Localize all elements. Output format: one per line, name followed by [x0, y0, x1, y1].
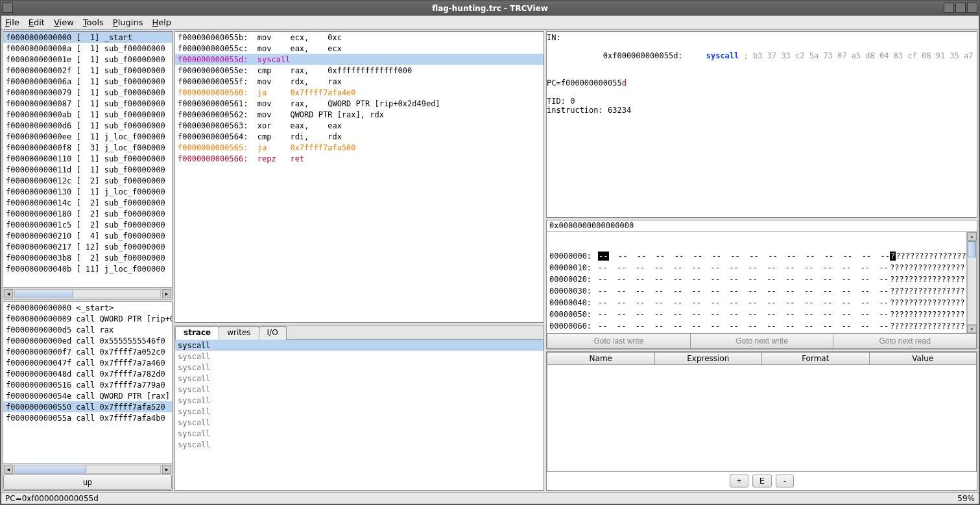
strace-row[interactable]: syscall [175, 417, 544, 428]
symbols-row[interactable]: f000000000040b [ 11] j_loc_f000000 [3, 263, 172, 274]
disasm-row[interactable]: f000000000055b: mov ecx, 0xc [175, 32, 544, 43]
menu-help[interactable]: Help [152, 18, 171, 27]
disasm-row[interactable]: f000000000055e: cmp rax, 0xfffffffffffff… [175, 65, 544, 76]
hex-row[interactable]: 00000010:-- -- -- -- -- -- -- -- -- -- -… [547, 262, 977, 274]
minimize-button[interactable] [944, 3, 954, 13]
close-button[interactable] [967, 3, 977, 13]
tab-io[interactable]: I/O [259, 326, 287, 340]
call-row[interactable]: f000000000048d call 0x7ffff7a782d0 [3, 368, 172, 379]
strace-row[interactable]: syscall [175, 406, 544, 417]
menu-file[interactable]: File [5, 18, 19, 27]
status-pc: PC=0xf000000000055d [5, 494, 99, 503]
strace-row[interactable]: syscall [175, 439, 544, 450]
expr-remove-button[interactable]: - [776, 475, 794, 487]
call-stack-list[interactable]: f0000000000000 <_start>f0000000000009 ca… [3, 302, 172, 463]
symbols-row[interactable]: f0000000000087 [ 1] sub_f00000000 [3, 98, 172, 109]
symbols-row[interactable]: f000000000002f [ 1] sub_f00000000 [3, 65, 172, 76]
disasm-row[interactable]: f0000000000562: mov QWORD PTR [rax], rdx [175, 109, 544, 120]
symbols-row[interactable]: f0000000000180 [ 2] sub_f00000000 [3, 208, 172, 219]
window-titlebar: flag-hunting.trc - TRCView [1, 1, 979, 16]
disasm-row[interactable]: f000000000055f: mov rdx, rax [175, 76, 544, 87]
th-format[interactable]: Format [761, 352, 869, 365]
call-row[interactable]: f000000000055a call 0x7ffff7afa4b0 [3, 412, 172, 423]
symbols-row[interactable]: f00000000003b8 [ 2] sub_f00000000 [3, 252, 172, 263]
strace-row[interactable]: syscall [175, 362, 544, 373]
hex-row[interactable]: 00000020:-- -- -- -- -- -- -- -- -- -- -… [547, 274, 977, 285]
symbols-row[interactable]: f000000000001e [ 1] sub_f00000000 [3, 54, 172, 65]
calls-hscroll[interactable]: ◂▸ [3, 463, 172, 475]
symbols-row[interactable]: f00000000001c5 [ 2] sub_f00000000 [3, 219, 172, 230]
symbols-row[interactable]: f00000000000f8 [ 3] j_loc_f000000 [3, 142, 172, 153]
maximize-button[interactable] [955, 3, 966, 13]
symbols-row[interactable]: f0000000000130 [ 1] j_loc_f000000 [3, 186, 172, 197]
call-row[interactable]: f0000000000516 call 0x7ffff7a779a0 [3, 379, 172, 390]
expr-edit-button[interactable]: E [752, 475, 772, 487]
disasm-row[interactable]: f000000000055c: mov eax, ecx [175, 43, 544, 54]
hex-address-header[interactable]: 0x0000000000000000 [547, 220, 977, 232]
call-row[interactable]: f000000000054e call QWORD PTR [rax] [3, 390, 172, 401]
call-row[interactable]: f0000000000550 call 0x7ffff7afa520 [3, 401, 172, 412]
disasm-row[interactable]: f000000000055d: syscall [175, 54, 544, 65]
symbols-row[interactable]: f000000000006a [ 1] sub_f00000000 [3, 76, 172, 87]
th-value[interactable]: Value [869, 352, 977, 365]
strace-row[interactable]: syscall [175, 351, 544, 362]
menu-plugins[interactable]: Plugins [113, 18, 143, 27]
disassembly-list[interactable]: f000000000055b: mov ecx, 0xcf00000000005… [175, 32, 544, 322]
disasm-row[interactable]: f0000000000560: ja 0x7ffff7afa4e0 [175, 87, 544, 98]
th-name[interactable]: Name [547, 352, 654, 365]
goto-next-read-button[interactable]: Goto next read [833, 333, 977, 349]
symbols-row[interactable]: f0000000000217 [ 12] sub_f00000000 [3, 241, 172, 252]
disasm-row[interactable]: f0000000000561: mov rax, QWORD PTR [rip+… [175, 98, 544, 109]
watch-table-body[interactable] [547, 365, 977, 472]
symbols-row[interactable]: f0000000000000 [ 1] _start [3, 32, 172, 43]
goto-next-write-button[interactable]: Goto next write [690, 333, 834, 349]
symbols-list[interactable]: f0000000000000 [ 1] _startf000000000000a… [3, 32, 172, 287]
strace-row[interactable]: syscall [175, 428, 544, 439]
menu-edit[interactable]: Edit [29, 18, 45, 27]
tab-strace[interactable]: strace [175, 326, 219, 340]
tab-writes[interactable]: writes [219, 326, 259, 340]
expr-add-button[interactable]: + [730, 475, 748, 487]
strace-row[interactable]: syscall [175, 395, 544, 406]
window-menu-icon[interactable] [3, 3, 13, 13]
hex-row[interactable]: 00000040:-- -- -- -- -- -- -- -- -- -- -… [547, 297, 977, 309]
call-row[interactable]: f00000000000ed call 0x5555555546f0 [3, 335, 172, 346]
call-row[interactable]: f0000000000000 <_start> [3, 302, 172, 313]
up-button[interactable]: up [3, 475, 172, 490]
symbols-row[interactable]: f000000000014c [ 2] sub_f00000000 [3, 197, 172, 208]
hex-row[interactable]: 00000060:-- -- -- -- -- -- -- -- -- -- -… [547, 320, 977, 332]
hex-vscroll[interactable]: ▴ ▾ [966, 232, 977, 333]
symbols-hscroll[interactable]: ◂▸ [3, 287, 172, 299]
call-row[interactable]: f000000000047f call 0x7ffff7a7a460 [3, 357, 172, 368]
symbols-row[interactable]: f00000000000d6 [ 1] sub_f00000000 [3, 120, 172, 131]
call-row[interactable]: f0000000000009 call QWORD PTR [rip+0 [3, 313, 172, 324]
hex-row[interactable]: 00000000:-- -- -- -- -- -- -- -- -- -- -… [547, 250, 977, 262]
strace-list[interactable]: syscallsyscallsyscallsyscallsyscallsysca… [175, 340, 544, 490]
strace-row[interactable]: syscall [175, 384, 544, 395]
hex-row[interactable]: 00000070:-- -- -- -- -- -- -- -- -- -- -… [547, 332, 977, 333]
goto-last-write-button[interactable]: Goto last write [547, 333, 691, 349]
symbols-row[interactable]: f00000000000ab [ 1] sub_f00000000 [3, 109, 172, 120]
disasm-row[interactable]: f0000000000564: cmp rdi, rdx [175, 131, 544, 142]
strace-row[interactable]: syscall [175, 340, 544, 351]
symbols-row[interactable]: f000000000011d [ 1] sub_f00000000 [3, 164, 172, 175]
menu-tools[interactable]: Tools [83, 18, 104, 27]
th-expression[interactable]: Expression [654, 352, 762, 365]
hex-row[interactable]: 00000030:-- -- -- -- -- -- -- -- -- -- -… [547, 285, 977, 297]
symbols-row[interactable]: f0000000000079 [ 1] sub_f00000000 [3, 87, 172, 98]
disasm-row[interactable]: f0000000000566: repz ret [175, 153, 544, 164]
symbols-row[interactable]: f000000000012c [ 2] sub_f00000000 [3, 175, 172, 186]
symbols-row[interactable]: f0000000000210 [ 4] sub_f00000000 [3, 230, 172, 241]
call-row[interactable]: f00000000000f7 call 0x7ffff7a052c0 [3, 346, 172, 357]
symbols-row[interactable]: f00000000000ee [ 1] j_loc_f000000 [3, 131, 172, 142]
hex-dump[interactable]: 00000000:-- -- -- -- -- -- -- -- -- -- -… [547, 232, 977, 333]
disasm-row[interactable]: f0000000000563: xor eax, eax [175, 120, 544, 131]
menu-view[interactable]: View [54, 18, 74, 27]
hex-row[interactable]: 00000050:-- -- -- -- -- -- -- -- -- -- -… [547, 309, 977, 320]
status-progress: 59% [957, 494, 975, 503]
disasm-row[interactable]: f0000000000565: ja 0x7ffff7afa500 [175, 142, 544, 153]
call-row[interactable]: f00000000000d5 call rax [3, 324, 172, 335]
symbols-row[interactable]: f000000000000a [ 1] sub_f00000000 [3, 43, 172, 54]
symbols-row[interactable]: f0000000000110 [ 1] sub_f00000000 [3, 153, 172, 164]
strace-row[interactable]: syscall [175, 373, 544, 384]
